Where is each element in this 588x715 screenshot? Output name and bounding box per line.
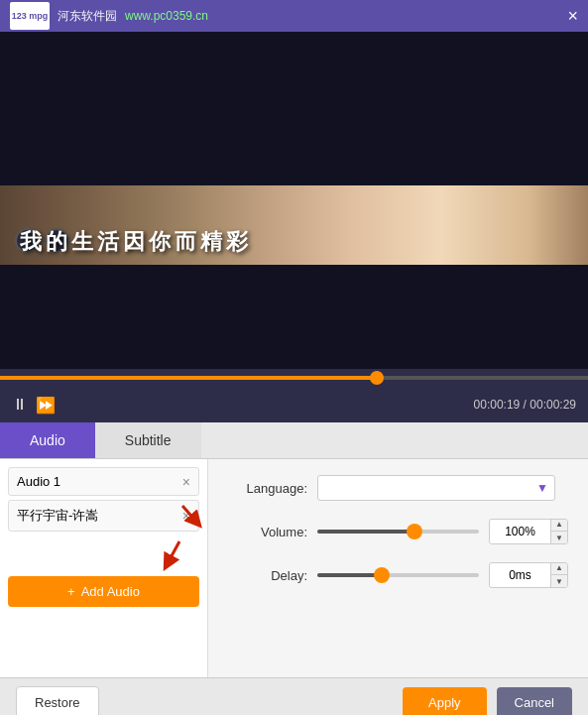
video-caption: 我的生活因你而精彩 [20, 227, 252, 257]
delay-fill [317, 573, 382, 577]
delay-label: Delay: [228, 568, 307, 583]
red-arrow-add-icon [150, 537, 189, 572]
delay-spinbox[interactable]: 0ms ▲ ▼ [489, 562, 568, 588]
language-row: Language: ▼ [228, 475, 568, 501]
restore-button[interactable]: Restore [16, 686, 99, 715]
video-image-strip: 我的生活因你而精彩 [0, 185, 588, 265]
track-1-label: Audio 1 [17, 474, 60, 489]
svg-line-1 [168, 541, 179, 563]
volume-fill [317, 530, 414, 534]
progress-area[interactable] [0, 369, 588, 387]
language-select[interactable]: ▼ [317, 475, 555, 501]
logo: 123 mpg [10, 2, 50, 30]
progress-fill [0, 376, 377, 380]
track-2-label: 平行宇宙-许嵩 [17, 507, 98, 525]
volume-up[interactable]: ▲ [551, 519, 567, 532]
add-audio-button[interactable]: + Add Audio [8, 576, 199, 607]
volume-spinbox[interactable]: 100% ▲ ▼ [489, 519, 568, 544]
bottom-bar: Restore Apply Cancel [0, 677, 588, 715]
delay-up[interactable]: ▲ [551, 562, 567, 575]
title-bar: 123 mpg 河东软件园 www.pc0359.cn × [0, 0, 588, 32]
time-display: 00:00:19 / 00:00:29 [474, 398, 576, 412]
add-icon: + [67, 584, 75, 599]
red-arrow-icon [175, 502, 204, 530]
site-url: www.pc0359.cn [125, 9, 208, 23]
tab-subtitle[interactable]: Subtitle [95, 422, 201, 458]
close-button[interactable]: × [567, 7, 578, 25]
volume-arrows: ▲ ▼ [550, 519, 567, 544]
volume-slider[interactable] [317, 522, 479, 541]
tab-area: Audio Subtitle [0, 422, 588, 459]
language-label: Language: [228, 481, 307, 496]
delay-slider[interactable] [317, 565, 479, 585]
audio-track-1: Audio 1 × [8, 467, 199, 496]
arrow-indicator-track [175, 502, 204, 533]
track-2-container: 平行宇宙-许嵩 × [8, 500, 199, 532]
forward-button[interactable]: ⏩ [36, 396, 56, 415]
volume-thumb[interactable] [407, 524, 422, 539]
apply-button[interactable]: Apply [403, 687, 487, 715]
arrow-add-container [8, 537, 199, 572]
delay-thumb[interactable] [374, 567, 390, 583]
time-current: 00:00:19 [474, 398, 521, 412]
delay-row: Delay: 0ms ▲ ▼ [228, 562, 568, 588]
volume-row: Volume: 100% ▲ ▼ [228, 519, 568, 544]
audio-track-2: 平行宇宙-许嵩 × [8, 500, 199, 532]
logo-text: 123 mpg [12, 11, 49, 21]
svg-line-0 [182, 506, 196, 522]
time-total: 00:00:29 [529, 398, 576, 412]
progress-track[interactable] [0, 376, 588, 380]
delay-track [317, 573, 479, 577]
cancel-button[interactable]: Cancel [497, 687, 572, 715]
delay-value: 0ms [490, 568, 550, 582]
progress-thumb[interactable] [370, 371, 384, 385]
delay-arrows: ▲ ▼ [550, 562, 567, 588]
lang-arrow-icon: ▼ [536, 481, 548, 495]
tab-audio[interactable]: Audio [0, 422, 95, 458]
video-frame: 我的生活因你而精彩 [0, 32, 588, 369]
site-label: 河东软件园 [58, 8, 117, 25]
play-pause-button[interactable]: ⏸ [12, 396, 28, 414]
title-bar-left: 123 mpg 河东软件园 www.pc0359.cn [10, 2, 208, 30]
delay-down[interactable]: ▼ [551, 575, 567, 588]
audio-panel: Audio 1 × 平行宇宙-许嵩 × [0, 459, 208, 677]
video-dark-bottom [0, 265, 588, 369]
controls-left: ⏸ ⏩ [12, 396, 56, 415]
volume-label: Volume: [228, 525, 307, 539]
volume-value: 100% [490, 525, 550, 538]
settings-panel: Language: ▼ Volume: 100% ▲ ▼ [208, 459, 588, 677]
track-1-remove[interactable]: × [182, 475, 190, 489]
volume-track [317, 530, 479, 534]
bottom-right: Apply Cancel [403, 687, 572, 715]
content-area: Audio 1 × 平行宇宙-许嵩 × [0, 459, 588, 677]
volume-down[interactable]: ▼ [551, 532, 567, 544]
video-dark-top [0, 32, 588, 185]
add-audio-label: Add Audio [81, 584, 140, 599]
controls-bar: ⏸ ⏩ 00:00:19 / 00:00:29 [0, 387, 588, 422]
video-area: 我的生活因你而精彩 [0, 32, 588, 369]
